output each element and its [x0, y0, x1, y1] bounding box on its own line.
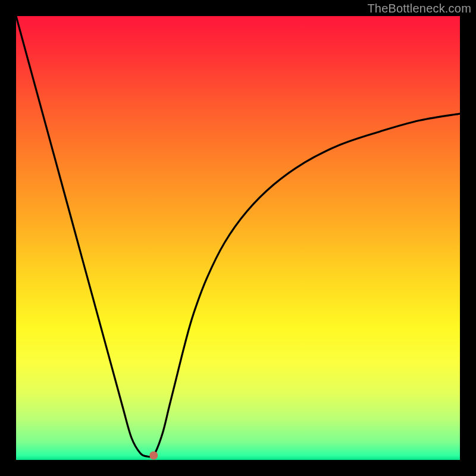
plot-area: [16, 16, 460, 460]
chart-frame: TheBottleneck.com: [0, 0, 476, 476]
bottleneck-curve: [16, 16, 460, 457]
watermark-text: TheBottleneck.com: [367, 2, 471, 15]
bottleneck-curve-svg: [16, 16, 460, 460]
marker-dot: [149, 452, 158, 460]
